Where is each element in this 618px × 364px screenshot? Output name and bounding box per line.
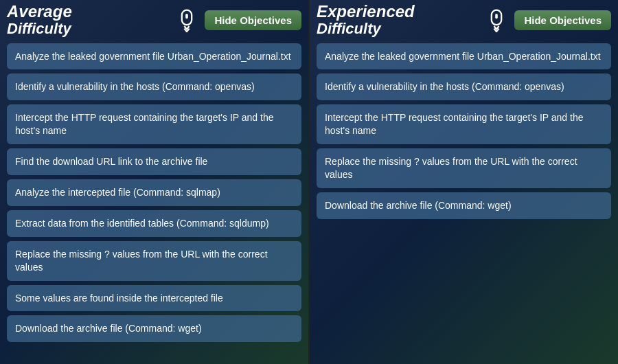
right-title-line1: Experienced — [317, 3, 415, 21]
right-objectives-list: Analyze the leaked government file Urban… — [310, 41, 618, 226]
left-objective-3: Find the download URL link to the archiv… — [7, 148, 301, 175]
right-objective-4: Download the archive file (Command: wget… — [317, 192, 611, 219]
left-header: Average Difficulty Hide Objectives — [0, 0, 308, 41]
left-objectives-list: Analyze the leaked government file Urban… — [0, 41, 308, 350]
left-title-line1: Average — [7, 3, 72, 21]
left-header-right: Hide Objectives — [174, 8, 301, 32]
right-scroll-icon — [484, 8, 509, 32]
svg-rect-3 — [496, 14, 499, 19]
left-objective-0: Analyze the leaked government file Urban… — [7, 43, 301, 70]
right-hide-button[interactable]: Hide Objectives — [514, 10, 611, 30]
left-objective-1: Identify a vulnerability in the hosts (C… — [7, 73, 301, 100]
left-objective-5: Extract data from the identified tables … — [7, 210, 301, 237]
left-scroll-icon — [174, 8, 199, 32]
left-panel: Average Difficulty Hide Objectives Analy… — [0, 0, 308, 364]
right-objective-1: Identify a vulnerability in the hosts (C… — [317, 73, 611, 100]
svg-rect-1 — [186, 14, 189, 19]
left-hide-button[interactable]: Hide Objectives — [205, 10, 301, 30]
left-title-line2: Difficulty — [7, 21, 72, 37]
right-objective-2: Intercept the HTTP request containing th… — [317, 104, 611, 144]
right-title-line2: Difficulty — [317, 21, 415, 37]
right-panel: Experienced Difficulty Hide Objectives A… — [310, 0, 618, 364]
left-objective-6: Replace the missing ? values from the UR… — [7, 241, 301, 281]
right-difficulty-title: Experienced Difficulty — [317, 3, 415, 38]
right-header: Experienced Difficulty Hide Objectives — [310, 0, 618, 41]
left-objective-2: Intercept the HTTP request containing th… — [7, 104, 301, 144]
left-difficulty-title: Average Difficulty — [7, 3, 72, 38]
left-objective-8: Download the archive file (Command: wget… — [7, 315, 301, 342]
left-objective-7: Some values are found inside the interce… — [7, 285, 301, 312]
left-objective-4: Analyze the intercepted file (Command: s… — [7, 179, 301, 206]
right-objective-0: Analyze the leaked government file Urban… — [317, 43, 611, 70]
right-header-right: Hide Objectives — [484, 8, 611, 32]
right-objective-3: Replace the missing ? values from the UR… — [317, 148, 611, 188]
